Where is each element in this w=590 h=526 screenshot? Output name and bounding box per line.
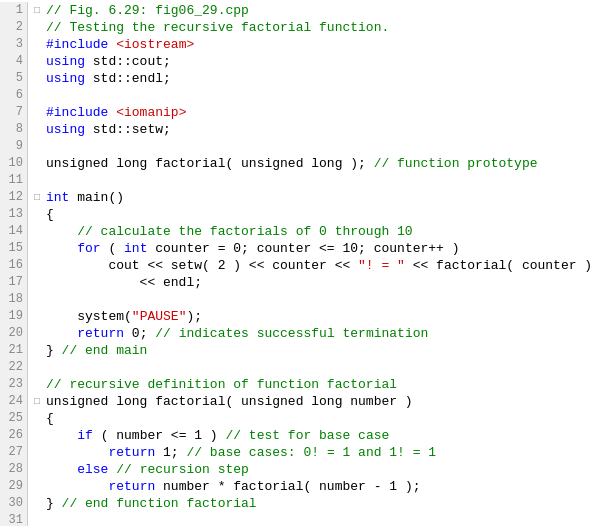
code-line: 11 <box>0 172 590 189</box>
line-number: 18 <box>0 291 28 308</box>
line-content: << endl; <box>46 274 590 291</box>
code-editor: 1□// Fig. 6.29: fig06_29.cpp2 // Testing… <box>0 0 590 526</box>
line-content: unsigned long factorial( unsigned long n… <box>46 393 590 410</box>
code-line: 27 return 1; // base cases: 0! = 1 and 1… <box>0 444 590 461</box>
line-number: 2 <box>0 19 28 36</box>
code-line: 9 <box>0 138 590 155</box>
line-number: 20 <box>0 325 28 342</box>
code-line: 12□int main() <box>0 189 590 206</box>
code-line: 6 <box>0 87 590 104</box>
line-content: // calculate the factorials of 0 through… <box>46 223 590 240</box>
code-line: 16 cout << setw( 2 ) << counter << "! = … <box>0 257 590 274</box>
line-number: 21 <box>0 342 28 359</box>
line-content <box>46 172 590 189</box>
line-number: 24 <box>0 393 28 410</box>
code-line: 29 return number * factorial( number - 1… <box>0 478 590 495</box>
code-line: 20 return 0; // indicates successful ter… <box>0 325 590 342</box>
line-content: using std::setw; <box>46 121 590 138</box>
code-line: 10 unsigned long factorial( unsigned lon… <box>0 155 590 172</box>
line-number: 3 <box>0 36 28 53</box>
line-number: 19 <box>0 308 28 325</box>
code-line: 3 #include <iostream> <box>0 36 590 53</box>
line-number: 26 <box>0 427 28 444</box>
code-line: 8 using std::setw; <box>0 121 590 138</box>
line-content: using std::endl; <box>46 70 590 87</box>
code-line: 17 << endl; <box>0 274 590 291</box>
code-line: 18 <box>0 291 590 308</box>
code-line: 25 { <box>0 410 590 427</box>
code-line: 14 // calculate the factorials of 0 thro… <box>0 223 590 240</box>
code-line: 1□// Fig. 6.29: fig06_29.cpp <box>0 2 590 19</box>
line-content: // Fig. 6.29: fig06_29.cpp <box>46 2 590 19</box>
line-number: 15 <box>0 240 28 257</box>
line-content: #include <iomanip> <box>46 104 590 121</box>
line-number: 12 <box>0 189 28 206</box>
line-number: 10 <box>0 155 28 172</box>
line-number: 14 <box>0 223 28 240</box>
line-number: 29 <box>0 478 28 495</box>
line-number: 4 <box>0 53 28 70</box>
line-number: 6 <box>0 87 28 104</box>
code-line: 19 system("PAUSE"); <box>0 308 590 325</box>
code-line: 5 using std::endl; <box>0 70 590 87</box>
line-content <box>46 512 590 526</box>
code-line: 13 { <box>0 206 590 223</box>
line-number: 22 <box>0 359 28 376</box>
line-number: 1 <box>0 2 28 19</box>
line-number: 13 <box>0 206 28 223</box>
line-content: #include <iostream> <box>46 36 590 53</box>
code-line: 30 } // end function factorial <box>0 495 590 512</box>
line-number: 31 <box>0 512 28 526</box>
line-content: // recursive definition of function fact… <box>46 376 590 393</box>
line-number: 30 <box>0 495 28 512</box>
fold-indicator[interactable]: □ <box>34 393 44 410</box>
line-content: for ( int counter = 0; counter <= 10; co… <box>46 240 590 257</box>
code-line: 31 <box>0 512 590 526</box>
code-line: 4 using std::cout; <box>0 53 590 70</box>
code-line: 15 for ( int counter = 0; counter <= 10;… <box>0 240 590 257</box>
line-content: using std::cout; <box>46 53 590 70</box>
line-content: // Testing the recursive factorial funct… <box>46 19 590 36</box>
line-number: 23 <box>0 376 28 393</box>
line-number: 16 <box>0 257 28 274</box>
line-content: return number * factorial( number - 1 ); <box>46 478 590 495</box>
code-line: 28 else // recursion step <box>0 461 590 478</box>
line-content <box>46 291 590 308</box>
line-content <box>46 359 590 376</box>
code-line: 26 if ( number <= 1 ) // test for base c… <box>0 427 590 444</box>
line-content: { <box>46 410 590 427</box>
fold-indicator[interactable]: □ <box>34 189 44 206</box>
code-line: 7 #include <iomanip> <box>0 104 590 121</box>
line-content: system("PAUSE"); <box>46 308 590 325</box>
line-number: 9 <box>0 138 28 155</box>
code-line: 23 // recursive definition of function f… <box>0 376 590 393</box>
line-content <box>46 87 590 104</box>
code-line: 2 // Testing the recursive factorial fun… <box>0 19 590 36</box>
line-number: 5 <box>0 70 28 87</box>
line-number: 7 <box>0 104 28 121</box>
fold-indicator[interactable]: □ <box>34 2 44 19</box>
line-content: cout << setw( 2 ) << counter << "! = " <… <box>46 257 590 274</box>
code-line: 24□unsigned long factorial( unsigned lon… <box>0 393 590 410</box>
line-number: 25 <box>0 410 28 427</box>
line-content: { <box>46 206 590 223</box>
line-number: 11 <box>0 172 28 189</box>
line-content: int main() <box>46 189 590 206</box>
line-number: 8 <box>0 121 28 138</box>
line-number: 28 <box>0 461 28 478</box>
code-line: 21 } // end main <box>0 342 590 359</box>
line-number: 17 <box>0 274 28 291</box>
line-number: 27 <box>0 444 28 461</box>
code-line: 22 <box>0 359 590 376</box>
line-content <box>46 138 590 155</box>
